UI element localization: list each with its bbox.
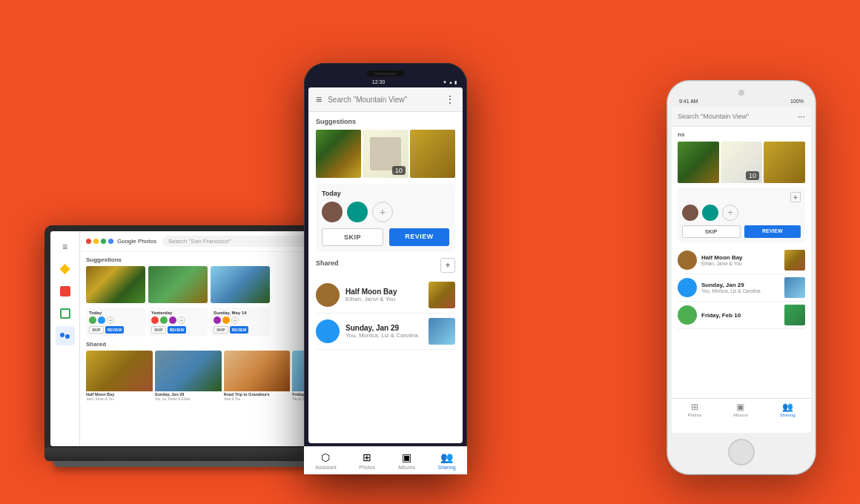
android-review-button[interactable]: REVIEW — [389, 228, 449, 246]
android-shared-header: Shared + — [316, 258, 455, 273]
iphone-photos-icon: ⊞ — [691, 402, 698, 412]
android-avatar-add[interactable]: + — [372, 202, 393, 222]
android-thumb-1[interactable] — [316, 130, 361, 178]
android-suggestions-grid: 10 — [316, 130, 455, 178]
android-thumb-2[interactable]: 10 — [363, 130, 408, 178]
skip-button-today[interactable]: SKIP — [89, 326, 104, 334]
skip-button-may14[interactable]: SKIP — [214, 326, 228, 334]
iphone-search[interactable]: Search "Mountain View" — [678, 113, 793, 120]
review-button-may14[interactable]: REVIEW — [230, 326, 249, 334]
main-scene: ≡ — [22, 15, 838, 489]
avatar-1 — [89, 316, 96, 324]
iphone-shared-item-1[interactable]: Half Moon Bay Ethan, Janvi & You — [678, 247, 805, 274]
sidebar-assistant-icon[interactable] — [56, 259, 75, 279]
search-placeholder: Search "San Francisco" — [168, 238, 231, 245]
shared-item-3[interactable]: Road Trip to Grandma's Joan & You — [224, 351, 291, 401]
iphone-sharing-label: Sharing — [780, 413, 796, 417]
iphone-avatar-add[interactable]: + — [722, 205, 738, 221]
android-screen: ≡ Search "Mountain View" ⋮ Suggestions 1… — [308, 87, 463, 443]
iphone-avatar-2 — [702, 205, 718, 221]
signal-icon: ▲ — [449, 80, 453, 84]
android-shared-info-1: Half Moon Bay Ethan, Janvi & You — [345, 288, 423, 302]
avatar-2 — [98, 316, 105, 324]
android-phone-device: 12:30 ▼ ▲ ▮ ≡ Search "Mountain View" ⋮ S… — [304, 63, 467, 474]
avatar-4 — [160, 316, 168, 324]
android-shared-item-2[interactable]: Sunday, Jan 29 You, Monica, Liz & Caroli… — [316, 314, 455, 350]
android-card-date: Today — [322, 190, 449, 197]
avatar-add-3[interactable]: + — [231, 316, 239, 324]
android-card-buttons: SKIP REVIEW — [322, 228, 449, 246]
shared-item-sub-3: Joan & You — [224, 397, 291, 401]
iphone-shared-title-1: Half Moon Bay — [701, 254, 780, 261]
iphone-nav-albums[interactable]: ▣ Albums — [733, 402, 748, 417]
android-shared-title-2: Sunday, Jan 29 — [345, 324, 423, 332]
iphone-shared-sub-2: You, Monica, Liz & Carolina — [701, 288, 780, 294]
iphone-avatar-1 — [682, 205, 698, 221]
android-skip-button[interactable]: SKIP — [322, 228, 383, 246]
android-card-avatars: + — [322, 202, 449, 222]
avatar-6 — [214, 316, 221, 324]
card-date-yesterday: Yesterday — [151, 311, 205, 315]
android-menu-icon[interactable]: ≡ — [316, 93, 322, 105]
iphone-review-button[interactable]: REVIEW — [744, 225, 801, 238]
iphone-skip-button[interactable]: SKIP — [682, 225, 741, 238]
iphone-suggestions-grid: 10 — [678, 142, 805, 183]
android-shared-sub-2: You, Monica, Liz & Carolina — [345, 332, 423, 339]
review-button-today[interactable]: REVIEW — [105, 326, 125, 334]
battery-icon: ▮ — [454, 79, 457, 84]
shared-item-1[interactable]: Half Moon Bay Janvi, Ethan & You — [86, 351, 153, 401]
iphone-shared-thumb-1 — [784, 250, 805, 271]
iphone-shared-info-1: Half Moon Bay Ethan, Janvi & You — [701, 254, 780, 266]
android-shared-item-1[interactable]: Half Moon Bay Ethan, Janvi & You — [316, 277, 455, 314]
sharing-card-may14: Sunday, May 14 + SKIP REVIEW — [211, 308, 270, 336]
android-header: ≡ Search "Mountain View" ⋮ — [308, 87, 463, 112]
android-shared-label: Shared — [316, 259, 339, 267]
avatar-add[interactable]: + — [107, 316, 114, 324]
android-speaker — [367, 70, 404, 76]
iphone-thumb-3[interactable] — [764, 142, 805, 183]
android-avatar-2 — [347, 202, 368, 222]
iphone-shared-section: Half Moon Bay Ethan, Janvi & You Sunday,… — [678, 247, 805, 329]
avatar-3 — [151, 316, 159, 324]
iphone-time: 9:41 AM — [679, 99, 698, 104]
android-shared-add-button[interactable]: + — [440, 258, 455, 273]
iphone-thumb-1[interactable] — [678, 142, 719, 183]
iphone-content: ns 10 + — [672, 127, 811, 420]
iphone-add-button[interactable]: + — [790, 192, 801, 202]
iphone-shared-item-3[interactable]: Friday, Feb 10 — [678, 302, 805, 329]
iphone-photo-badge: 10 — [746, 171, 759, 180]
iphone-nav-sharing[interactable]: 👥 Sharing — [780, 402, 796, 417]
android-shared-thumb-1 — [429, 282, 455, 308]
sidebar-menu-icon[interactable]: ≡ — [56, 237, 75, 256]
iphone-screen: Search "Mountain View" ··· ns 10 — [672, 107, 811, 433]
android-shared-sub-1: Ethan, Janvi & You — [345, 296, 423, 302]
iphone-status-bar: 9:41 AM 100% — [672, 99, 811, 107]
android-shared-section: Shared + Half Moon Bay Ethan, Janvi & Yo… — [316, 258, 455, 350]
skip-button-yesterday[interactable]: SKIP — [151, 326, 166, 334]
android-thumb-3[interactable] — [410, 130, 455, 178]
card-date-today: Today — [89, 311, 142, 315]
iphone-home-button[interactable] — [728, 439, 755, 465]
shared-item-title-1: Half Moon Bay — [86, 391, 153, 397]
shared-item-2[interactable]: Sunday, Jan 29 You, Liz, Kedar & Ethan — [155, 351, 222, 401]
android-more-icon[interactable]: ⋮ — [445, 93, 455, 105]
review-button-yesterday[interactable]: REVIEW — [168, 326, 187, 334]
sidebar-albums-icon[interactable] — [56, 304, 75, 323]
iphone-albums-icon: ▣ — [736, 402, 744, 412]
android-search[interactable]: Search "Mountain View" — [328, 96, 439, 104]
sidebar-sharing-icon[interactable] — [56, 326, 75, 345]
android-avatar-1 — [322, 202, 343, 222]
avatar-add-2[interactable]: + — [178, 316, 185, 324]
iphone-shared-item-2[interactable]: Sunday, Jan 29 You, Monica, Liz & Caroli… — [678, 274, 805, 302]
iphone-more-icon[interactable]: ··· — [798, 111, 805, 122]
iphone-shared-avatar-1 — [678, 251, 697, 270]
iphone-albums-label: Albums — [733, 413, 748, 417]
sharing-card-today: Today + SKIP REVIEW — [86, 308, 145, 336]
iphone-nav-photos[interactable]: ⊞ Photos — [687, 402, 701, 417]
iphone-shared-avatar-2 — [678, 278, 697, 297]
suggestion-thumb-2 — [148, 266, 208, 303]
iphone-camera — [738, 90, 744, 96]
android-shared-title-1: Half Moon Bay — [345, 288, 423, 296]
iphone-thumb-2[interactable]: 10 — [721, 142, 762, 183]
sidebar-photos-icon[interactable] — [56, 282, 75, 301]
